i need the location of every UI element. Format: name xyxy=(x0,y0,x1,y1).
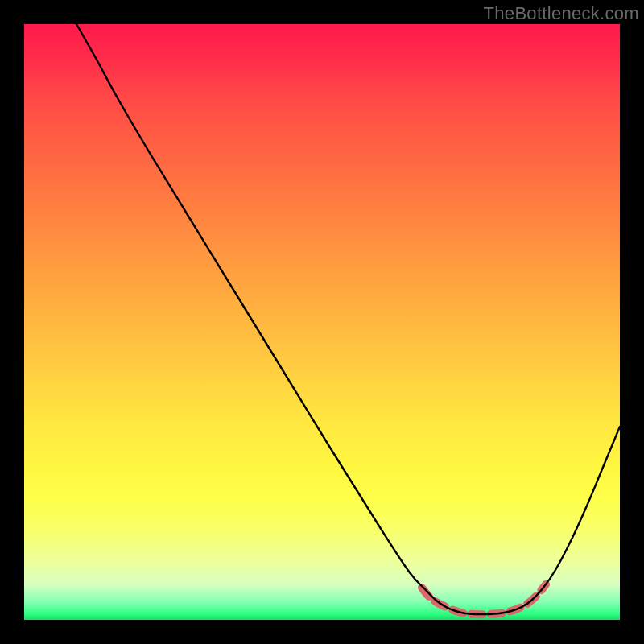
watermark-text: TheBottleneck.com xyxy=(484,3,639,24)
chart-frame: TheBottleneck.com xyxy=(0,0,644,644)
curve-layer xyxy=(24,24,620,620)
minimum-band-path xyxy=(422,584,546,614)
main-curve-path xyxy=(76,24,620,614)
plot-area xyxy=(24,24,620,620)
